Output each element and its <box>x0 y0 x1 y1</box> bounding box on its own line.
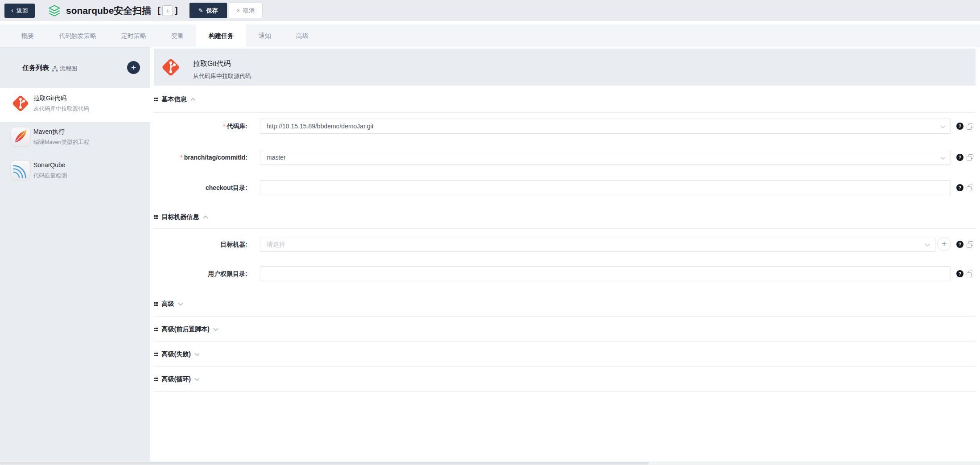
section-title: 高级(前后置脚本) <box>162 325 210 333</box>
section-advanced[interactable]: 高级 <box>154 298 183 310</box>
repo-select[interactable]: http://10.15.15.89/bbdemo/demoJar.git <box>260 119 951 134</box>
task-detail-subtitle: 从代码库中拉取源代码 <box>193 72 251 80</box>
tab-variables[interactable]: 变量 <box>159 25 196 47</box>
grid-icon <box>154 378 156 379</box>
task-item-maven[interactable]: Maven执行 编译Maven类型的工程 <box>0 122 150 155</box>
save-button-label: 保存 <box>206 7 218 15</box>
copy-icon[interactable] <box>967 241 973 248</box>
copy-icon[interactable] <box>967 123 973 130</box>
chevron-down-icon <box>925 243 930 247</box>
help-icon[interactable]: ? <box>956 270 964 277</box>
divider <box>154 342 976 342</box>
grid-icon <box>154 215 156 217</box>
bracket-right-text: ] <box>175 5 178 16</box>
task-list-title: 任务列表 <box>22 64 49 72</box>
pipeline-tabs: 概要 代码触发策略 定时策略 变量 构建任务 通知 高级 <box>0 25 980 47</box>
branch-select[interactable]: master <box>260 150 951 165</box>
required-marker: * <box>180 154 182 161</box>
pencil-icon: ✎ <box>198 7 203 14</box>
section-title: 高级(失败) <box>162 350 191 358</box>
user-perm-dir-input[interactable] <box>260 266 951 281</box>
add-tag-button[interactable]: + <box>162 5 173 16</box>
divider <box>154 316 976 317</box>
field-label: 目标机器: <box>150 237 247 252</box>
chevron-down-icon <box>194 378 200 381</box>
grid-icon <box>154 353 156 354</box>
tab-build-tasks[interactable]: 构建任务 <box>196 25 246 47</box>
top-header-bar: ‹ 返回 sonarqube安全扫描 [ + ] ✎ 保存 × 取消 <box>0 0 980 21</box>
horizontal-scrollbar <box>0 461 980 465</box>
task-item-subtitle: 代码质量检测 <box>33 172 67 180</box>
chevron-up-icon <box>190 98 196 101</box>
help-icon[interactable]: ? <box>956 184 964 191</box>
sonarqube-waves-icon <box>10 160 31 182</box>
tab-schedule-policy[interactable]: 定时策略 <box>109 25 159 47</box>
task-item-title: Maven执行 <box>33 128 65 136</box>
add-machine-button[interactable]: + <box>937 237 951 251</box>
chevron-down-icon <box>940 125 946 128</box>
field-row-user-perm-dir: 用户权限目录: ? <box>150 266 980 281</box>
task-item-subtitle: 编译Maven类型的工程 <box>33 139 89 146</box>
copy-icon[interactable] <box>967 185 973 191</box>
back-button[interactable]: ‹ 返回 <box>4 4 35 18</box>
target-machine-placeholder: 请选择 <box>267 241 285 248</box>
grid-icon <box>154 302 156 304</box>
chevron-up-icon <box>203 215 208 219</box>
back-button-label: 返回 <box>16 7 28 15</box>
plus-icon: + <box>131 63 136 72</box>
layers-icon <box>48 5 61 16</box>
help-icon[interactable]: ? <box>956 123 964 130</box>
section-advanced-loop[interactable]: 高级(循环) <box>154 373 200 386</box>
task-item-git-checkout[interactable]: 拉取Git代码 从代码库中拉取源代码 <box>0 88 150 122</box>
section-target-machine-info[interactable]: 目标机器信息 <box>154 211 208 223</box>
section-title: 高级(循环) <box>162 375 191 383</box>
tab-notifications[interactable]: 通知 <box>246 25 284 47</box>
required-marker: * <box>223 123 225 130</box>
task-list-sidebar: 任务列表 流程图 + <box>0 47 150 461</box>
copy-icon[interactable] <box>967 271 973 277</box>
help-icon[interactable]: ? <box>956 241 964 248</box>
divider <box>154 112 976 113</box>
divider <box>154 228 976 229</box>
task-detail-panel: 拉取Git代码 从代码库中拉取源代码 基本信息 *代码库: http://10.… <box>150 47 980 461</box>
section-advanced-failure[interactable]: 高级(失败) <box>154 348 200 361</box>
checkout-dir-input[interactable] <box>260 180 951 195</box>
section-title: 基本信息 <box>162 95 187 103</box>
add-task-button[interactable]: + <box>127 61 140 74</box>
field-row-repo: *代码库: http://10.15.15.89/bbdemo/demoJar.… <box>150 119 980 134</box>
close-icon: × <box>237 7 240 14</box>
maven-feather-icon <box>10 127 31 149</box>
title-tag-editor: [ + ] <box>157 5 177 16</box>
git-icon <box>10 93 31 115</box>
task-item-subtitle: 从代码库中拉取源代码 <box>33 105 89 113</box>
field-row-target-machine: 目标机器: 请选择 + ? <box>150 237 980 252</box>
task-list-header: 任务列表 流程图 + <box>0 47 150 88</box>
bracket-left-text: [ <box>157 5 161 16</box>
scrollbar-thumb[interactable] <box>0 462 649 465</box>
repo-select-value: http://10.15.15.89/bbdemo/demoJar.git <box>267 123 374 130</box>
grid-icon <box>154 98 156 99</box>
target-machine-select[interactable]: 请选择 <box>260 237 935 252</box>
field-label: 用户权限目录: <box>150 266 247 281</box>
flowchart-label: 流程图 <box>60 65 77 73</box>
tab-code-trigger-policy[interactable]: 代码触发策略 <box>46 25 109 47</box>
field-row-checkout-dir: checkout目录: ? <box>150 180 980 195</box>
field-row-branch: *branch/tag/commitId: master ? <box>150 150 980 165</box>
tab-advanced[interactable]: 高级 <box>284 25 321 47</box>
tab-overview[interactable]: 概要 <box>9 25 46 47</box>
section-basic-info[interactable]: 基本信息 <box>154 93 196 106</box>
task-item-sonarqube[interactable]: SonarQube 代码质量检测 <box>0 155 150 189</box>
field-label: *代码库: <box>150 119 247 134</box>
copy-icon[interactable] <box>967 154 973 161</box>
save-button[interactable]: ✎ 保存 <box>189 3 227 18</box>
pipeline-edit-page: ‹ 返回 sonarqube安全扫描 [ + ] ✎ 保存 × 取消 <box>0 0 980 465</box>
task-item-title: 拉取Git代码 <box>33 95 66 103</box>
flowchart-link[interactable]: 流程图 <box>52 65 77 73</box>
task-detail-header: 拉取Git代码 从代码库中拉取源代码 <box>154 49 976 86</box>
plus-icon: + <box>166 7 170 14</box>
cancel-button[interactable]: × 取消 <box>229 3 263 18</box>
section-advanced-scripts[interactable]: 高级(前后置脚本) <box>154 323 218 336</box>
section-title: 目标机器信息 <box>162 213 199 221</box>
chevron-down-icon <box>194 353 200 356</box>
help-icon[interactable]: ? <box>956 154 964 161</box>
